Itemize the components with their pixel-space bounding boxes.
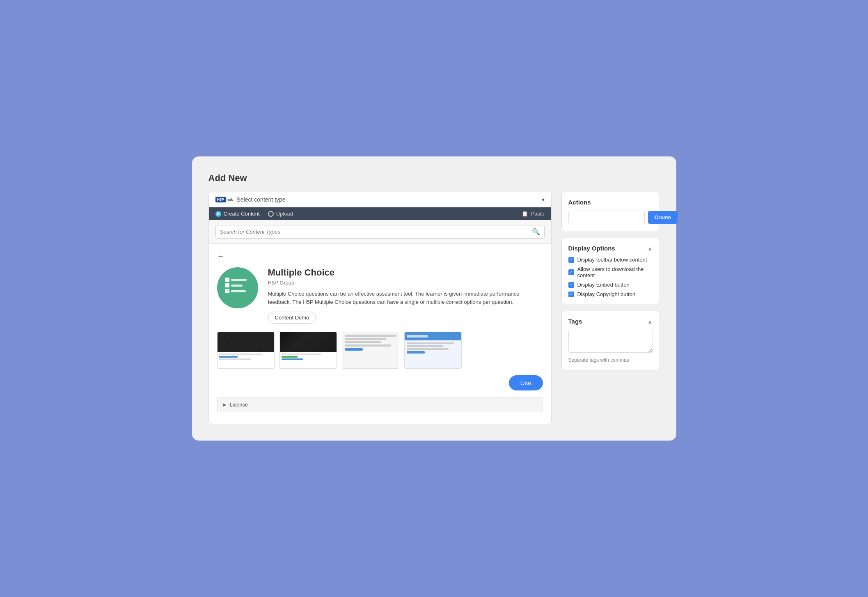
checkbox-embed-button-box[interactable]: ✓	[568, 282, 574, 288]
mc-row-1: ✓	[225, 278, 250, 282]
content-info: Multiple Choice H5P Group Multiple Choic…	[268, 267, 543, 324]
tab-create-label: Create Content	[224, 211, 260, 217]
mc-check-1: ✓	[225, 278, 229, 282]
tags-card: Tags ▲ Separate tags with commas	[561, 311, 660, 370]
paste-button[interactable]: 📋 Paste	[522, 211, 544, 217]
thumb-dark-top-2	[280, 332, 337, 352]
actions-title: Actions	[568, 199, 653, 206]
checkbox-allow-download: ✓ Allow users to download the content	[568, 266, 653, 278]
h5p-logo: H5P hub	[215, 197, 234, 202]
paste-label: Paste	[531, 211, 544, 217]
checkbox-display-toolbar: ✓ Display toolbar below content	[568, 257, 653, 263]
thumb-img-1	[218, 332, 274, 368]
checkbox-label-2: Allow users to download the content	[577, 266, 653, 278]
select-content-type-label[interactable]: Select content type	[237, 196, 286, 203]
left-panel: H5P hub Select content type ▾ Create Con…	[208, 192, 552, 424]
content-author: H5P Group	[268, 280, 543, 286]
tab-options: Create Content Upload	[215, 211, 293, 217]
mc-check-3: ✓	[225, 289, 229, 293]
display-options-title: Display Options	[568, 245, 615, 252]
checkbox-check-1: ✓	[570, 258, 573, 262]
h5p-hub-left: H5P hub Select content type	[215, 196, 286, 203]
tab-create-content[interactable]: Create Content	[215, 211, 260, 217]
checkbox-copyright-button: ✓ Display Copyright button	[568, 291, 653, 297]
thumb-light-bottom	[218, 352, 274, 368]
checkbox-check-2: ✓	[570, 271, 573, 274]
mc-row-3: ✓	[225, 289, 250, 293]
mc-row-2	[225, 283, 250, 287]
thumb-dark-top	[218, 332, 274, 352]
content-top: ✓ ✓	[217, 267, 543, 324]
checkbox-label-4: Display Copyright button	[577, 291, 636, 297]
tags-title-row: Tags ▲	[568, 318, 653, 325]
display-options-card: Display Options ▲ ✓ Display toolbar belo…	[561, 238, 660, 304]
checkbox-label-1: Display toolbar below content	[577, 257, 647, 263]
thumbnail-4[interactable]	[404, 332, 462, 369]
back-arrow-button[interactable]: ←	[217, 252, 224, 261]
page-title: Add New	[208, 173, 660, 184]
tags-input[interactable]	[568, 330, 653, 353]
actions-input[interactable]	[568, 211, 645, 224]
create-button[interactable]: Create	[648, 211, 678, 224]
actions-row: Create	[568, 211, 653, 224]
search-bar: 🔍	[215, 225, 545, 239]
license-arrow-icon: ▶	[223, 402, 227, 407]
display-options-title-row: Display Options ▲	[568, 245, 653, 252]
radio-dot	[217, 213, 219, 215]
main-layout: H5P hub Select content type ▾ Create Con…	[208, 192, 660, 424]
thumb-img-2	[280, 332, 337, 368]
tags-title: Tags	[568, 318, 582, 325]
content-demo-button[interactable]: Content Demo	[268, 312, 316, 324]
search-bar-wrap: 🔍	[209, 220, 551, 244]
checkbox-label-3: Display Embed button	[577, 282, 630, 288]
tags-hint: Separate tags with commas	[568, 357, 629, 363]
use-btn-wrap: Use	[217, 375, 543, 390]
outer-card: Add New H5P hub Select content type ▾	[192, 156, 676, 441]
mc-check-2	[225, 283, 229, 287]
chevron-down-icon[interactable]: ▾	[542, 196, 545, 203]
mc-icon: ✓ ✓	[225, 278, 250, 298]
content-type-icon: ✓ ✓	[217, 267, 258, 308]
thumbnails	[217, 332, 543, 369]
display-options-collapse-icon[interactable]: ▲	[647, 245, 653, 252]
thumb-img-3	[342, 332, 399, 368]
tags-collapse-icon[interactable]: ▲	[647, 318, 653, 325]
actions-card: Actions Create	[561, 192, 660, 231]
radio-upload	[268, 211, 274, 217]
paste-icon: 📋	[522, 211, 528, 217]
license-section: ▶ License	[217, 397, 543, 412]
right-panel: Actions Create Display Options ▲ ✓	[561, 192, 660, 370]
license-header[interactable]: ▶ License	[218, 397, 543, 412]
search-icon: 🔍	[532, 228, 540, 236]
content-title: Multiple Choice	[268, 267, 543, 278]
thumbnail-1[interactable]	[217, 332, 275, 369]
tab-upload[interactable]: Upload	[268, 211, 293, 217]
mc-bar-3	[231, 290, 246, 292]
content-description: Multiple Choice questions can be an effe…	[268, 290, 543, 306]
mc-bar-2	[231, 285, 243, 287]
tab-upload-label: Upload	[276, 211, 293, 217]
checkbox-embed-button: ✓ Display Embed button	[568, 282, 653, 288]
thumb-img-4	[405, 332, 461, 368]
checkbox-check-4: ✓	[570, 292, 573, 296]
thumbnail-3[interactable]	[342, 332, 399, 369]
tab-bar: Create Content Upload 📋 Paste	[209, 207, 551, 220]
thumbnail-2[interactable]	[279, 332, 337, 369]
checkbox-allow-download-box[interactable]: ✓	[568, 269, 574, 275]
checkbox-display-toolbar-box[interactable]: ✓	[568, 257, 574, 263]
radio-create-content	[215, 211, 221, 217]
h5p-logo-h5p-text: H5P	[215, 197, 226, 202]
checkbox-check-3: ✓	[570, 283, 573, 287]
content-detail: ← ✓	[209, 244, 551, 424]
checkbox-copyright-button-box[interactable]: ✓	[568, 292, 574, 297]
mc-bar-1	[231, 279, 247, 281]
use-button[interactable]: Use	[509, 375, 543, 390]
license-label: License	[230, 402, 248, 408]
h5p-hub-header: H5P hub Select content type ▾	[209, 192, 551, 207]
display-options-items: ✓ Display toolbar below content ✓ Allow …	[568, 257, 653, 297]
h5p-logo-hub-text: hub	[227, 197, 234, 202]
search-input[interactable]	[220, 229, 529, 235]
thumb-light-bottom-2	[280, 352, 337, 368]
